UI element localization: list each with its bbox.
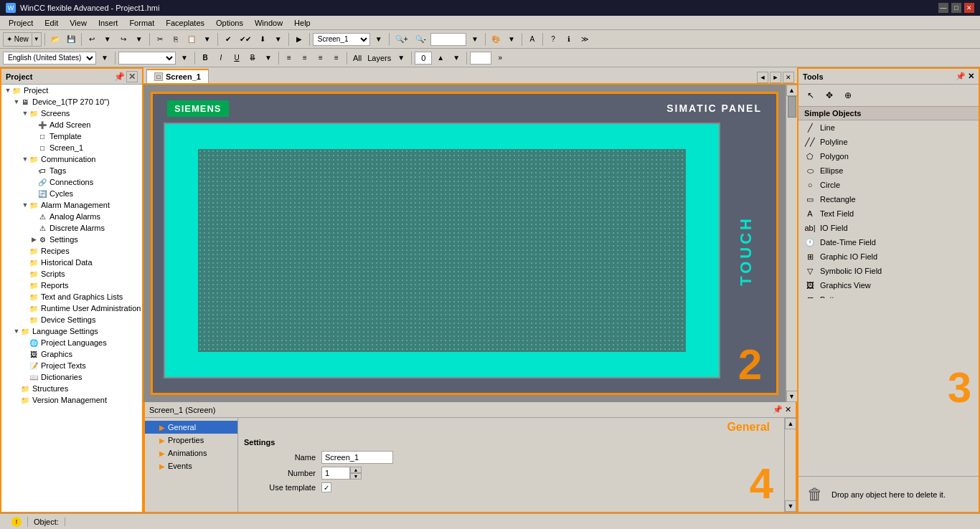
expand-dictionaries[interactable] xyxy=(22,373,29,381)
tree-item-tags[interactable]: 🏷Tags xyxy=(1,165,142,176)
expand-project[interactable]: ▼ xyxy=(4,87,11,94)
minimize-button[interactable]: — xyxy=(938,3,948,13)
close-button[interactable]: ✕ xyxy=(964,3,974,13)
prop-scroll-up[interactable]: ▲ xyxy=(785,418,796,429)
prop-scroll-down[interactable]: ▼ xyxy=(785,500,796,512)
expand-devicesettings[interactable] xyxy=(22,316,29,323)
expand-right[interactable]: » xyxy=(493,51,507,65)
tab-close[interactable]: ✕ xyxy=(783,72,794,83)
pin-icon[interactable]: 📌 xyxy=(114,72,125,82)
spinner-up[interactable]: ▲ xyxy=(350,467,362,473)
tree-item-screens[interactable]: ▼📁Screens xyxy=(1,108,142,119)
tab-screen1[interactable]: □ Screen_1 xyxy=(146,69,209,83)
tool-graphics-view[interactable]: 🖼Graphics View xyxy=(798,278,979,292)
template-arrow[interactable]: ▼ xyxy=(177,51,192,65)
redo-arrow[interactable]: ▼ xyxy=(132,32,146,47)
layer-up[interactable]: ▲ xyxy=(433,51,448,65)
expand-alarmmanagement[interactable]: ▼ xyxy=(22,201,29,209)
tree-item-runtimeuser[interactable]: 📁Runtime User Administration xyxy=(1,302,142,314)
expand-template[interactable] xyxy=(30,133,37,140)
scroll-down[interactable]: ▼ xyxy=(786,391,798,402)
tree-item-reports[interactable]: 📁Reports xyxy=(1,280,142,291)
zoom-out-button[interactable]: 🔍- xyxy=(413,32,429,47)
tree-item-alarmmanagement[interactable]: ▼📁Alarm Management xyxy=(1,199,142,211)
expand-screens[interactable]: ▼ xyxy=(22,110,29,117)
info-button[interactable]: ℹ xyxy=(562,32,576,47)
align-center[interactable]: ≡ xyxy=(298,51,312,65)
tool-button[interactable]: ⊡Button xyxy=(798,292,979,298)
tree-item-template[interactable]: □Template xyxy=(1,130,142,142)
template-dropdown[interactable] xyxy=(118,52,176,65)
tree-item-devicesettings[interactable]: 📁Device Settings xyxy=(1,314,142,325)
layers-arrow[interactable]: ▼ xyxy=(394,51,408,65)
tool-circle[interactable]: ○Circle xyxy=(798,178,979,192)
title-controls[interactable]: — □ ✕ xyxy=(938,3,974,13)
prop-scroll-track[interactable] xyxy=(785,429,796,500)
tool-polyline[interactable]: ╱╱Polyline xyxy=(798,135,979,149)
tree-item-graphics[interactable]: 🖼Graphics xyxy=(1,348,142,360)
dropdown-arrow[interactable]: ▼ xyxy=(372,32,386,47)
expand-addscreen[interactable] xyxy=(30,121,37,128)
expand-scripts[interactable] xyxy=(22,270,29,277)
tree-item-connections[interactable]: 🔗Connections xyxy=(1,176,142,188)
tree-item-screen1[interactable]: □Screen_1 xyxy=(1,142,142,153)
font-button[interactable]: A xyxy=(525,32,540,47)
properties-close-icon[interactable]: ✕ xyxy=(785,405,791,414)
menu-help[interactable]: Help xyxy=(288,17,316,29)
tab-next[interactable]: ► xyxy=(770,72,781,83)
tree-item-versionmanagement[interactable]: 📁Version Management xyxy=(1,394,142,406)
maximize-button[interactable]: □ xyxy=(951,3,961,13)
tool-symbolic-io-field[interactable]: ▽Symbolic IO Field xyxy=(798,264,979,278)
tree-item-discretealarms[interactable]: ⚠Discrete Alarms xyxy=(1,222,142,234)
tool-line[interactable]: ╱Line xyxy=(798,120,979,135)
expand-communication[interactable]: ▼ xyxy=(22,156,29,163)
tree-item-projecttexts[interactable]: 📝Project Texts xyxy=(1,360,142,371)
expand-structures[interactable] xyxy=(13,385,20,392)
expand-connections[interactable] xyxy=(30,178,37,186)
tree-item-textgraphics[interactable]: 📁Text and Graphics Lists xyxy=(1,291,142,302)
color2-button[interactable]: ▼ xyxy=(504,32,519,47)
transfer-button[interactable]: ⬇ xyxy=(255,32,270,47)
properties-scrollbar[interactable]: ▲ ▼ xyxy=(784,418,796,512)
align-right[interactable]: ≡ xyxy=(314,51,328,65)
expand-screen1[interactable] xyxy=(30,144,37,151)
tools-close-icon[interactable]: ✕ xyxy=(968,72,974,80)
open-button[interactable]: 📂 xyxy=(48,32,62,47)
tools-pin-icon[interactable]: 📌 xyxy=(956,72,966,80)
tree-item-addscreen[interactable]: ➕Add Screen xyxy=(1,119,142,130)
zoom-tool[interactable]: ⊕ xyxy=(840,87,856,103)
paste-arrow[interactable]: ▼ xyxy=(200,32,215,47)
format-arrow[interactable]: ▼ xyxy=(261,51,275,65)
prop-general[interactable]: ▶ General xyxy=(145,421,237,434)
tree-item-analogalarms[interactable]: ⚠Analog Alarms xyxy=(1,211,142,222)
zoom-in-button[interactable]: 🔍+ xyxy=(392,32,411,47)
menu-faceplates[interactable]: Faceplates xyxy=(160,17,210,29)
tree-item-cycles[interactable]: 🔄Cycles xyxy=(1,188,142,199)
undo-button[interactable]: ↩ xyxy=(85,32,99,47)
menu-view[interactable]: View xyxy=(64,17,93,29)
compile-button[interactable]: ✔ xyxy=(221,32,235,47)
expand-analogalarms[interactable] xyxy=(30,213,37,220)
tree-item-historicaldata[interactable]: 📁Historical Data xyxy=(1,257,142,268)
expand-runtimeuser[interactable] xyxy=(22,305,29,312)
help-button[interactable]: ? xyxy=(546,32,560,47)
tree-item-projectlanguages[interactable]: 🌐Project Languages xyxy=(1,337,142,348)
menu-options[interactable]: Options xyxy=(210,17,249,29)
menu-edit[interactable]: Edit xyxy=(39,17,64,29)
template-checkbox[interactable]: ✓ xyxy=(321,482,331,492)
expand-discretealarms[interactable] xyxy=(30,224,37,232)
expand-settings[interactable]: ▶ xyxy=(30,236,37,243)
cut-button[interactable]: ✂ xyxy=(153,32,167,47)
tool-rectangle[interactable]: ▭Rectangle xyxy=(798,192,979,206)
tool-graphic-io-field[interactable]: ⊞Graphic IO Field xyxy=(798,249,979,264)
italic-button[interactable]: I xyxy=(214,51,228,65)
tool-io-field[interactable]: ab|IO Field xyxy=(798,221,979,235)
transfer-arrow[interactable]: ▼ xyxy=(271,32,286,47)
expand-versionmanagement[interactable] xyxy=(13,396,20,404)
tree-item-dictionaries[interactable]: 📖Dictionaries xyxy=(1,371,142,383)
new-arrow-button[interactable]: ▼ xyxy=(32,32,42,47)
more-button[interactable]: ≫ xyxy=(578,32,592,47)
menu-project[interactable]: Project xyxy=(3,17,39,29)
copy-button[interactable]: ⎘ xyxy=(169,32,183,47)
scroll-thumb[interactable] xyxy=(788,96,796,118)
